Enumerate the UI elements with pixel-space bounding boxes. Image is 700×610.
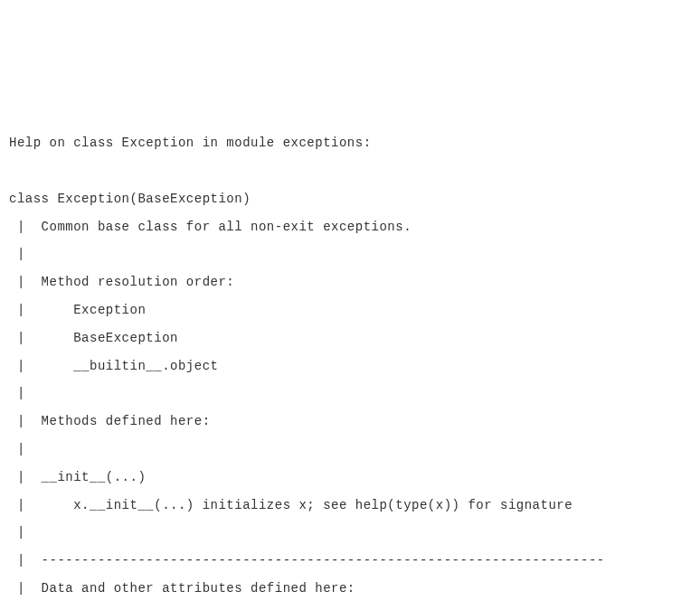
help-header: Help on class Exception in module except… (9, 136, 372, 150)
data-attributes-header: | Data and other attributes defined here… (9, 581, 355, 596)
divider-line: | --------------------------------------… (9, 553, 605, 568)
method-description: | x.__init__(...) initializes x; see hel… (9, 498, 572, 512)
docstring: | Common base class for all non-exit exc… (9, 220, 411, 234)
mro-header: | Method resolution order: (9, 275, 234, 289)
methods-header: | Methods defined here: (9, 414, 211, 428)
class-declaration: class Exception(BaseException) (9, 192, 251, 206)
mro-item: | Exception (9, 303, 146, 317)
python-help-output: Help on class Exception in module except… (9, 129, 691, 610)
method-signature: | __init__(...) (9, 470, 146, 484)
pipe-line: | (9, 442, 25, 456)
pipe-line: | (9, 386, 25, 400)
pipe-line: | (9, 247, 25, 261)
mro-item: | __builtin__.object (9, 359, 218, 373)
pipe-line: | (9, 525, 25, 540)
mro-item: | BaseException (9, 331, 178, 345)
